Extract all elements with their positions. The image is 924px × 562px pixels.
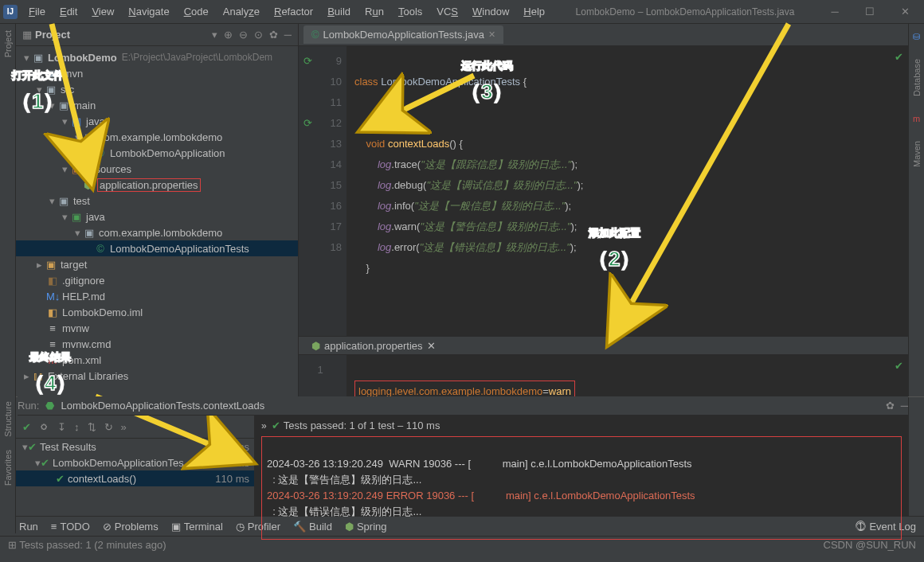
collapse-icon[interactable]: ⊕ <box>224 29 233 41</box>
tree-item[interactable]: ▾▣com.example.lombokdemo <box>16 224 298 240</box>
panel-folder-icon: ▦ <box>22 29 32 41</box>
menu-tools[interactable]: Tools <box>392 2 429 21</box>
inspection-ok-icon: ✔ <box>895 51 903 63</box>
tree-item[interactable]: M↓HELP.md <box>16 288 298 304</box>
history-icon[interactable]: ↻ <box>104 421 113 433</box>
more-icon[interactable]: » <box>121 421 127 433</box>
window-controls: ─ ☐ ✕ <box>819 2 921 21</box>
menu-build[interactable]: Build <box>321 2 357 21</box>
menu-edit[interactable]: Edit <box>53 2 84 21</box>
tree-item[interactable]: mpom.xml <box>16 352 298 368</box>
select-opened-icon[interactable]: ⊙ <box>254 29 263 41</box>
expand-icon[interactable]: ↕ <box>74 421 80 433</box>
rail-project[interactable]: Project <box>3 30 13 57</box>
app-icon: IJ <box>3 5 18 19</box>
minimize-button[interactable]: ─ <box>819 2 851 21</box>
project-tree[interactable]: ▾▣LombokDemoE:\Project\JavaProject\Lombo… <box>16 46 298 396</box>
editor-area: © LombokDemoApplicationTests.java ✕ 9 ⟳ … <box>299 24 908 396</box>
editor-tabs: © LombokDemoApplicationTests.java ✕ <box>299 24 908 46</box>
main-menu: File Edit View Navigate Code Analyze Ref… <box>22 2 551 21</box>
maximize-button[interactable]: ☐ <box>854 2 886 21</box>
menu-navigate[interactable]: Navigate <box>122 2 175 21</box>
right-tool-rail: ⛁ Database m Maven <box>908 24 924 396</box>
code-body[interactable]: class LombokDemoApplicationTests { @Test… <box>346 46 591 336</box>
tree-item[interactable]: ▾▣java <box>16 113 298 129</box>
left-tool-rail: Project <box>0 24 16 396</box>
hide-icon[interactable]: ─ <box>901 400 908 412</box>
menu-file[interactable]: File <box>22 2 52 21</box>
close-icon[interactable]: ✕ <box>488 29 495 40</box>
sort-icon[interactable]: ↧ <box>57 421 66 433</box>
properties-editor[interactable]: 1 logging.level.com.example.lombokdemo=w… <box>299 355 908 396</box>
tree-item[interactable]: ▾▣main <box>16 97 298 113</box>
tree-item[interactable]: ◧LombokDemo.iml <box>16 304 298 320</box>
expand-icon[interactable]: ⊖ <box>239 29 248 41</box>
code-editor[interactable]: 9 ⟳ 1011 12 ⟳ 131415161718 class LombokD… <box>299 46 908 336</box>
tab-app-properties[interactable]: ⬢ application.properties ✕ <box>305 338 442 353</box>
panel-title: Project <box>35 29 212 41</box>
gutter: 9 ⟳ 1011 12 ⟳ 131415161718 <box>299 46 346 336</box>
test-status: » ✔ Tests passed: 1 of 1 test – 110 ms <box>261 420 902 431</box>
gear-icon[interactable]: ✿ <box>269 29 278 41</box>
tree-external-libraries[interactable]: ▸⫿⫿External Libraries <box>16 368 298 384</box>
test-method-row[interactable]: ✔contextLoads()110 ms <box>16 470 254 486</box>
menu-window[interactable]: Window <box>466 2 515 21</box>
tab-problems[interactable]: ⊘Problems <box>103 521 159 533</box>
tree-item[interactable]: ≡mvnw.cmd <box>16 336 298 352</box>
gear-icon[interactable]: ✿ <box>886 400 895 412</box>
tree-item[interactable]: ≡mvnw <box>16 320 298 336</box>
tree-item[interactable]: ©LombokDemoApplication <box>16 145 298 161</box>
tree-test-class[interactable]: ©LombokDemoApplicationTests <box>16 240 298 256</box>
close-button[interactable]: ✕ <box>889 2 921 21</box>
run-header: Run: ⬣ LombokDemoApplicationTests.contex… <box>18 396 908 416</box>
tree-item[interactable]: ▾▣test <box>16 193 298 209</box>
menu-view[interactable]: View <box>85 2 120 21</box>
tab-terminal[interactable]: ▣Terminal <box>171 521 223 533</box>
run-gutter-icon[interactable]: ⟳ <box>303 51 312 72</box>
chevron-down-icon[interactable]: ▾ <box>212 29 217 41</box>
tab-test-file[interactable]: © LombokDemoApplicationTests.java ✕ <box>303 25 503 44</box>
status-right: CSDN @SUN_RUN <box>824 539 917 551</box>
menu-analyze[interactable]: Analyze <box>217 2 266 21</box>
database-icon[interactable]: ⛁ <box>910 30 923 43</box>
menu-refactor[interactable]: Refactor <box>268 2 319 21</box>
rail-structure[interactable]: Structure <box>3 401 13 437</box>
hide-icon[interactable]: ─ <box>284 29 292 41</box>
properties-icon: ⬢ <box>311 340 320 352</box>
maven-icon[interactable]: m <box>910 112 923 125</box>
tree-item[interactable]: ◧.gitignore <box>16 272 298 288</box>
tree-item[interactable]: ▾▣src <box>16 81 298 97</box>
tree-item[interactable]: ▸▣.mvn <box>16 65 298 81</box>
test-results-root[interactable]: ▾ ✔Test Results110 ms <box>16 439 254 455</box>
rail-favorites[interactable]: Favorites <box>3 450 13 486</box>
rail-maven[interactable]: Maven <box>912 141 922 167</box>
rail-database[interactable]: Database <box>912 59 922 96</box>
test-toolbar: ✔ ⭘ ↧ ↕ ⇅ ↻ » <box>16 416 254 439</box>
menu-code[interactable]: Code <box>178 2 215 21</box>
tree-application-properties[interactable]: ⬢application.properties <box>16 177 298 193</box>
status-message: Tests passed: 1 (2 minutes ago) <box>19 539 166 551</box>
tree-item[interactable]: ▸▣target <box>16 256 298 272</box>
test-class-row[interactable]: ▾ ✔LombokDemoApplicationTes110 ms <box>16 455 254 470</box>
tree-item[interactable]: ▾▣com.example.lombokdemo <box>16 129 298 145</box>
gutter: 1 <box>299 355 346 396</box>
run-config-name: LombokDemoApplicationTests.contextLoads <box>61 400 264 412</box>
class-icon: © <box>311 29 319 41</box>
status-tool-icon[interactable]: ⊞ <box>8 539 17 551</box>
run-gutter-icon[interactable]: ⟳ <box>303 113 312 134</box>
tick-icon[interactable]: ✔ <box>22 421 31 433</box>
menu-help[interactable]: Help <box>517 2 551 21</box>
collapse-icon[interactable]: ⇅ <box>88 421 96 433</box>
inspection-ok-icon: ✔ <box>895 360 903 372</box>
tree-item[interactable]: ▾▣java <box>16 209 298 224</box>
menu-vcs[interactable]: VCS <box>430 2 464 21</box>
filter-icon[interactable]: ⭘ <box>39 421 49 433</box>
tree-root[interactable]: ▾▣LombokDemoE:\Project\JavaProject\Lombo… <box>16 49 298 65</box>
project-tool-window: ▦ Project ▾ ⊕ ⊖ ⊙ ✿ ─ ▾▣LombokDemoE:\Pro… <box>16 24 299 396</box>
close-icon[interactable]: ✕ <box>427 340 436 352</box>
tab-todo[interactable]: ≡TODO <box>51 521 90 533</box>
tree-item[interactable]: ▾▣resources <box>16 161 298 177</box>
console-output: 2024-03-26 13:19:20.249 WARN 19036 --- [… <box>261 436 902 540</box>
menu-run[interactable]: Run <box>358 2 390 21</box>
props-editor-tabs: ⬢ application.properties ✕ <box>299 336 908 355</box>
